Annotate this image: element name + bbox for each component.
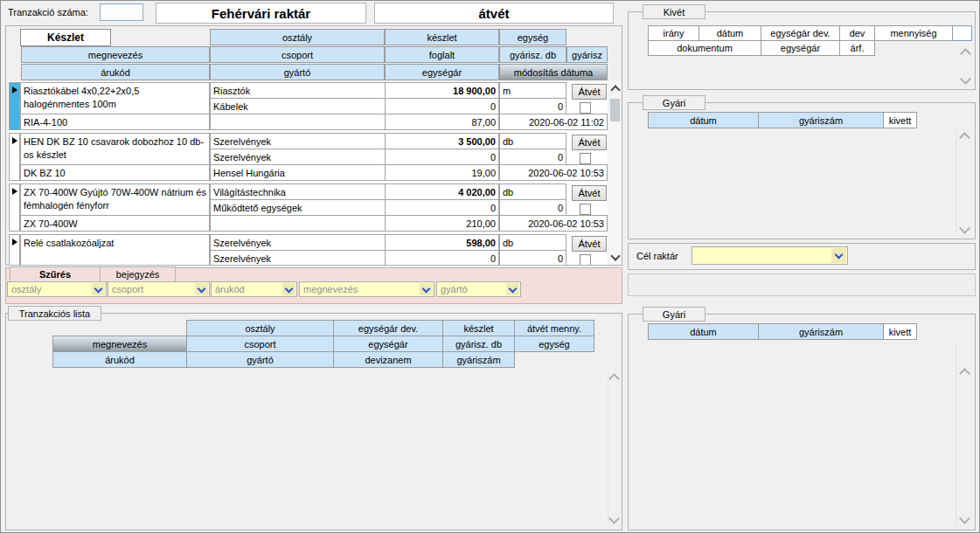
scrollbar-track[interactable]: [608, 371, 608, 527]
cell-arukod[interactable]: RIA-4-100: [20, 114, 210, 130]
row-selector[interactable]: [9, 133, 20, 181]
cell-keszlet[interactable]: 598,00: [385, 234, 499, 251]
tab-bejegyzes[interactable]: bejegyzés: [100, 266, 176, 282]
stock-header-foglalt[interactable]: foglalt: [385, 46, 499, 63]
atvet-button[interactable]: Átvét: [572, 135, 607, 150]
gyari2-header-gyariszam[interactable]: gyáriszám: [758, 323, 884, 340]
tab-szures[interactable]: Szűrés: [10, 266, 101, 282]
cell-foglalt[interactable]: 0: [385, 250, 499, 265]
cell-keszlet[interactable]: 18 900,00: [385, 82, 499, 99]
kivet-header-dokumentum[interactable]: dokumentum: [648, 40, 761, 56]
gyari2-header-datum[interactable]: dátum: [648, 323, 759, 340]
cell-foglalt[interactable]: 0: [385, 199, 499, 216]
kivet-header-filler-cell[interactable]: [952, 25, 972, 41]
stock-header-egysegar[interactable]: egységár: [385, 64, 499, 80]
cell-csoport[interactable]: Szerelvények: [210, 149, 386, 165]
stock-header-gyarto[interactable]: gyártó: [210, 64, 385, 80]
scrollbar-track[interactable]: [956, 130, 956, 235]
cell-csoport[interactable]: Szerelvények: [210, 250, 386, 265]
keszlet-button[interactable]: Készlet: [20, 29, 111, 46]
cell-gyarisz-db[interactable]: 0: [499, 199, 566, 216]
row-selector[interactable]: [9, 234, 20, 265]
cell-osztaly[interactable]: Szerelvények: [210, 133, 386, 149]
cell-gyarisz-db[interactable]: 0: [499, 250, 566, 265]
gyari2-header-kivett[interactable]: kivett: [883, 323, 917, 340]
cell-gyarisz-db[interactable]: 0: [499, 149, 566, 165]
stock-header-gyarisz-db[interactable]: gyárisz. db: [499, 46, 566, 63]
tl-header-osztaly[interactable]: osztály: [186, 320, 334, 336]
cell-egyseg[interactable]: m: [499, 82, 566, 99]
scrollbar-thumb[interactable]: [610, 99, 620, 121]
scrollbar-track[interactable]: [956, 343, 956, 525]
row-selector[interactable]: [9, 82, 20, 130]
dropdown-arrow-icon[interactable]: [506, 283, 519, 295]
cell-foglalt[interactable]: 0: [385, 98, 499, 114]
atvet-checkbox[interactable]: [580, 254, 591, 265]
cell-foglalt[interactable]: 0: [385, 149, 499, 165]
cell-megnevezes[interactable]: Riasztókábel 4x0,22+2x0,5 halogénmentes …: [20, 82, 210, 114]
tl-header-csoport[interactable]: csoport: [186, 336, 334, 352]
row-selector[interactable]: [9, 183, 20, 232]
dropdown-arrow-icon[interactable]: [92, 283, 105, 295]
atvet-button[interactable]: Átvét: [572, 236, 607, 252]
cell-gyarto[interactable]: [210, 215, 386, 232]
atvet-button[interactable]: Átvét: [572, 185, 607, 201]
cell-arukod[interactable]: ZX 70-400W: [20, 215, 210, 232]
stock-header-modositas-datuma[interactable]: módosítás dátuma: [499, 64, 608, 80]
kivet-header-egysegar-dev[interactable]: egységár dev.: [761, 25, 840, 41]
kivet-header-irany[interactable]: irány: [648, 25, 699, 41]
cell-gyarto[interactable]: [210, 114, 386, 130]
filter-combo-arukod[interactable]: árukód: [211, 281, 297, 297]
cell-keszlet[interactable]: 3 500,00: [385, 133, 499, 149]
cell-keszlet[interactable]: 4 020,00: [385, 183, 499, 200]
cell-megnevezes[interactable]: HEN DK BZ 10 csavarok dobozhoz 10 db-os …: [20, 133, 210, 165]
cell-egysegar[interactable]: 19,00: [385, 164, 499, 181]
atvet-checkbox[interactable]: [580, 153, 591, 164]
stock-scrollbar[interactable]: [608, 81, 622, 265]
stock-header-osztaly[interactable]: osztály: [210, 29, 385, 45]
cell-egyseg[interactable]: db: [499, 183, 566, 200]
tl-header-egysegar-dev[interactable]: egységár dev.: [333, 320, 443, 336]
cell-egysegar[interactable]: 210,00: [385, 215, 499, 232]
tl-header-gyariszam[interactable]: gyáriszám: [442, 351, 515, 368]
scroll-down-icon[interactable]: [610, 251, 620, 260]
cell-osztaly[interactable]: Világítástechnika: [210, 183, 386, 200]
transaction-number-input[interactable]: [100, 3, 143, 21]
stock-header-keszlet[interactable]: készlet: [385, 29, 499, 45]
filter-combo-megnevezes[interactable]: megnevezés: [299, 281, 434, 297]
filter-combo-gyarto[interactable]: gyártó: [436, 281, 521, 297]
tl-header-gyarisz-db[interactable]: gyárisz. db: [442, 336, 515, 352]
tl-header-atvet-menny[interactable]: átvét menny.: [514, 320, 594, 336]
kivet-header-datum[interactable]: dátum: [699, 25, 761, 41]
tab-kivet[interactable]: Kivét: [643, 4, 705, 19]
gyari1-header-gyariszam[interactable]: gyáriszám: [758, 112, 884, 128]
tl-header-keszlet[interactable]: készlet: [442, 320, 515, 336]
stock-header-egyseg[interactable]: egység: [499, 29, 566, 45]
tl-header-egysegar[interactable]: egységár: [333, 336, 443, 352]
stock-header-megnevezes[interactable]: megnevezés: [21, 46, 210, 63]
kivet-header-mennyiseg[interactable]: mennyiség: [874, 25, 953, 41]
tab-gyari-1[interactable]: Gyári: [643, 95, 705, 110]
cell-egyseg[interactable]: db: [499, 234, 566, 251]
filter-combo-csoport[interactable]: csoport: [108, 281, 210, 297]
cell-egysegar[interactable]: 87,00: [385, 114, 499, 130]
cell-gyarisz-db[interactable]: 0: [499, 98, 566, 114]
cell-osztaly[interactable]: Szerelvények: [210, 234, 386, 251]
kivet-header-dev[interactable]: dev: [839, 25, 875, 41]
kivet-header-arf[interactable]: árf.: [839, 40, 875, 56]
dropdown-arrow-icon[interactable]: [420, 283, 433, 295]
tl-header-megnevezes[interactable]: megnevezés: [52, 336, 187, 352]
scroll-up-icon[interactable]: [610, 85, 620, 94]
cell-osztaly[interactable]: Riasztók: [210, 82, 386, 99]
dropdown-arrow-icon[interactable]: [195, 283, 208, 295]
cel-raktar-combo[interactable]: [692, 246, 848, 265]
tl-header-gyarto[interactable]: gyártó: [186, 351, 334, 368]
tab-tranzakcios-lista[interactable]: Tranzakciós lista: [8, 306, 101, 321]
gyari1-header-kivett[interactable]: kivett: [883, 112, 917, 128]
filter-combo-osztaly[interactable]: osztály: [7, 281, 107, 297]
dropdown-arrow-icon[interactable]: [282, 283, 295, 295]
gyari1-header-datum[interactable]: dátum: [648, 112, 759, 128]
cell-egyseg[interactable]: db: [499, 133, 566, 149]
tl-header-devizanem[interactable]: devizanem: [333, 351, 443, 368]
cell-arukod[interactable]: DK BZ 10: [20, 164, 210, 181]
